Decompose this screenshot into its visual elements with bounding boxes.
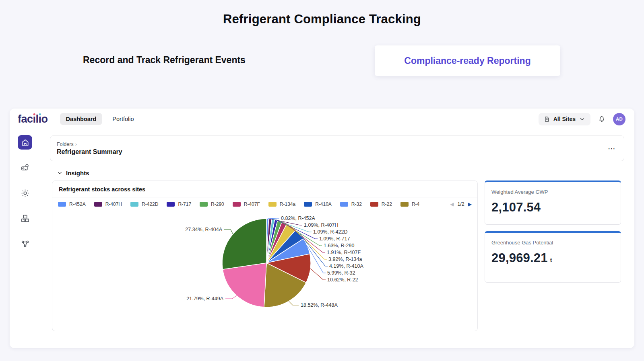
feature-tab-label: Compliance-ready Reporting: [404, 55, 530, 66]
kpi-card-weighted-average-gwp: Weighted Average GWP2,107.54: [485, 180, 621, 225]
label-leader-line: [225, 295, 237, 299]
nav-tab-dashboard[interactable]: Dashboard: [60, 113, 103, 125]
feature-tab-record-events[interactable]: Record and Track Refrigerant Events: [83, 55, 246, 66]
sidebar-item-assets[interactable]: [18, 160, 32, 175]
insights-label: Insights: [66, 170, 89, 176]
legend-swatch-icon: [58, 202, 66, 207]
pie-slice-label: 4.19%, R-410A: [329, 263, 363, 269]
legend-swatch-icon: [94, 202, 102, 207]
breadcrumb-parent[interactable]: Folders: [57, 142, 74, 147]
label-leader-line: [224, 230, 233, 234]
sidebar-item-home[interactable]: [18, 135, 32, 150]
page-title: Refrigerant Compliance Tracking: [0, 12, 644, 27]
legend-label: R-22: [382, 201, 392, 207]
page-heading: Refrigerant Summary: [57, 148, 122, 156]
pie-slice-r-404a[interactable]: [222, 219, 266, 269]
kpi-value: 2,107.54: [491, 200, 541, 215]
home-icon: [21, 138, 30, 147]
chart-title: Refrigerant stocks across sites: [52, 181, 477, 197]
legend-label: R-290: [211, 201, 224, 207]
label-leader-line: [310, 269, 326, 280]
more-menu-button[interactable]: ⋯: [608, 145, 616, 152]
legend-item-r-32[interactable]: R-32: [340, 201, 362, 207]
notifications-button[interactable]: [598, 115, 606, 123]
legend-item-r-4[interactable]: R-4: [400, 201, 419, 207]
legend-swatch-icon: [370, 202, 378, 207]
legend-item-r-717[interactable]: R-717: [167, 201, 191, 207]
legend-swatch-icon: [304, 202, 312, 207]
legend-pagination: ◀1/2▶: [450, 201, 472, 207]
kpi-label: Greenhouse Gas Potential: [491, 240, 614, 246]
sidebar-item-workflow[interactable]: [18, 236, 32, 251]
legend-item-r-134a[interactable]: R-134a: [268, 201, 295, 207]
legend-label: R-32: [351, 201, 362, 207]
legend-label: R-407H: [105, 201, 122, 207]
legend-next-icon[interactable]: ▶: [468, 201, 472, 207]
label-leader-line: [268, 218, 279, 219]
pie-slice-label: 27.34%, R-404A: [185, 227, 222, 232]
kpi-value: 29,969.21: [491, 251, 548, 265]
legend-label: R-410A: [315, 201, 332, 207]
workflow-icon: [21, 239, 30, 248]
kpi-value-row: 29,969.21t: [491, 251, 614, 265]
legend-label: R-422D: [142, 201, 158, 207]
top-nav: DashboardPortfolio: [60, 113, 140, 125]
chevron-down-icon: [57, 170, 62, 176]
legend-label: R-717: [178, 201, 191, 207]
app-window: facılıo DashboardPortfolio All Sites AD: [10, 109, 634, 348]
main-content: Folders› Refrigerant Summary ⋯ Insights …: [40, 129, 634, 348]
legend-swatch-icon: [200, 202, 208, 207]
legend-page-indicator: 1/2: [457, 201, 464, 207]
avatar[interactable]: AD: [613, 113, 625, 125]
sites-icon: [543, 116, 550, 123]
feature-tab-compliance-reporting[interactable]: Compliance-ready Reporting: [375, 45, 560, 76]
legend-item-r-410a[interactable]: R-410A: [304, 201, 332, 207]
breadcrumb-card: Folders› Refrigerant Summary ⋯: [50, 135, 624, 161]
legend-item-r-22[interactable]: R-22: [370, 201, 392, 207]
legend-item-r-422d[interactable]: R-422D: [130, 201, 158, 207]
pie-slice-label: 18.52%, R-448A: [301, 302, 338, 308]
page: Refrigerant Compliance Tracking Record a…: [0, 0, 644, 361]
facilio-logo[interactable]: facılıo: [18, 114, 48, 125]
legend-item-r-407h[interactable]: R-407H: [94, 201, 122, 207]
legend-prev-icon[interactable]: ◀: [450, 201, 454, 207]
nav-tab-portfolio[interactable]: Portfolio: [106, 113, 140, 125]
sidebar-item-maintenance[interactable]: [18, 186, 32, 200]
kpi-card-greenhouse-gas-potential: Greenhouse Gas Potential29,969.21t: [485, 231, 621, 283]
pie-slice-label: 21.79%, R-449A: [186, 296, 223, 302]
logo-i-dot: ı: [33, 113, 36, 125]
label-leader-line: [289, 301, 299, 305]
legend-item-r-290[interactable]: R-290: [200, 201, 224, 207]
legend-item-r-452a[interactable]: R-452A: [58, 201, 86, 207]
pie-slice-label: 1.91%, R-407F: [327, 250, 361, 255]
pie-slice-label: 1.63%, R-290: [324, 243, 354, 248]
pie-slice-r-449a[interactable]: [223, 263, 266, 307]
chart-legend: R-452AR-407HR-422DR-717R-290R-407FR-134a…: [52, 197, 477, 209]
content-row: Refrigerant stocks across sites R-452AR-…: [52, 180, 624, 331]
pie-slice-label: 1.09%, R-717: [319, 236, 350, 242]
inventory-icon: [21, 214, 30, 223]
breadcrumb: Folders› Refrigerant Summary: [57, 142, 122, 156]
pie-slice-label: 1.09%, R-407H: [304, 222, 338, 228]
bell-icon: [598, 115, 606, 123]
kpi-label: Weighted Average GWP: [491, 189, 614, 195]
legend-label: R-452A: [69, 201, 86, 207]
legend-swatch-icon: [167, 202, 175, 207]
sidebar-item-inventory[interactable]: [18, 211, 32, 226]
legend-label: R-407F: [244, 201, 260, 207]
legend-swatch-icon: [400, 202, 409, 207]
maintenance-icon: [21, 189, 30, 198]
chevron-down-icon: [579, 116, 586, 123]
sidebar: [10, 129, 40, 348]
pie-chart[interactable]: 0.82%, R-452A1.09%, R-407H1.09%, R-422D1…: [52, 209, 477, 331]
site-selector-label: All Sites: [553, 116, 576, 122]
legend-label: R-134a: [280, 201, 295, 207]
logo-i-dot: ı: [39, 113, 41, 125]
insights-section-toggle[interactable]: Insights: [57, 170, 634, 176]
legend-swatch-icon: [233, 202, 241, 207]
kpi-column: Weighted Average GWP2,107.54Greenhouse G…: [485, 180, 621, 283]
pie-slice-label: 1.09%, R-422D: [313, 229, 347, 235]
legend-item-r-407f[interactable]: R-407F: [233, 201, 260, 207]
site-selector[interactable]: All Sites: [539, 113, 590, 125]
pie-slice-label: 0.82%, R-452A: [281, 215, 315, 221]
